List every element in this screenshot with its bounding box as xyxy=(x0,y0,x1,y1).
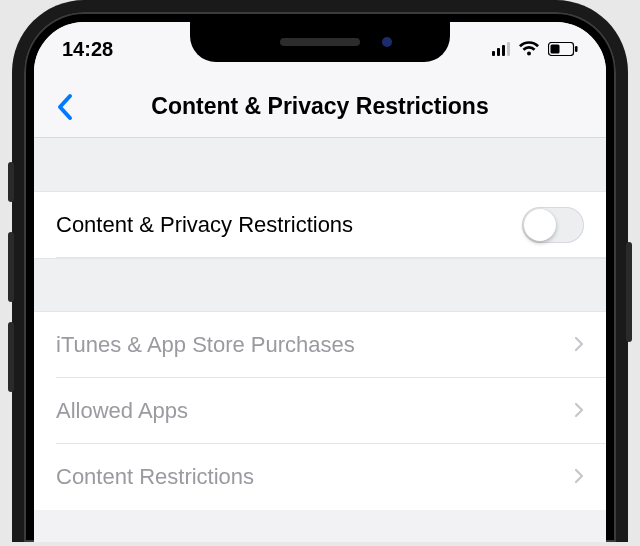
chevron-right-icon xyxy=(574,398,584,424)
chevron-left-icon xyxy=(56,93,74,121)
row-master-toggle[interactable]: Content & Privacy Restrictions xyxy=(34,192,606,258)
power-button xyxy=(626,242,632,342)
status-indicators xyxy=(492,41,578,57)
row-allowed-apps[interactable]: Allowed Apps xyxy=(34,378,606,444)
volume-down-button xyxy=(8,322,14,392)
earpiece-speaker xyxy=(280,38,360,46)
battery-icon xyxy=(548,42,578,56)
cellular-icon xyxy=(492,42,510,56)
nav-header: Content & Privacy Restrictions xyxy=(34,76,606,138)
chevron-right-icon xyxy=(574,332,584,358)
row-label: iTunes & App Store Purchases xyxy=(56,332,355,358)
silent-switch xyxy=(8,162,14,202)
phone-frame: 14:28 xyxy=(12,0,628,542)
row-label: Content & Privacy Restrictions xyxy=(56,212,353,238)
svg-rect-2 xyxy=(575,46,578,52)
notch xyxy=(190,22,450,62)
row-content-restrictions[interactable]: Content Restrictions xyxy=(34,444,606,510)
status-time: 14:28 xyxy=(62,38,113,61)
section-gap xyxy=(34,258,606,312)
row-label: Content Restrictions xyxy=(56,464,254,490)
chevron-right-icon xyxy=(574,464,584,490)
back-button[interactable] xyxy=(48,90,82,124)
page-title: Content & Privacy Restrictions xyxy=(151,93,488,120)
svg-rect-1 xyxy=(551,45,560,54)
row-itunes-purchases[interactable]: iTunes & App Store Purchases xyxy=(34,312,606,378)
front-camera xyxy=(382,37,392,47)
volume-up-button xyxy=(8,232,14,302)
section-gap xyxy=(34,138,606,192)
toggle-switch[interactable] xyxy=(522,207,584,243)
screen: 14:28 xyxy=(34,22,606,542)
row-label: Allowed Apps xyxy=(56,398,188,424)
wifi-icon xyxy=(518,41,540,57)
toggle-knob xyxy=(524,209,556,241)
